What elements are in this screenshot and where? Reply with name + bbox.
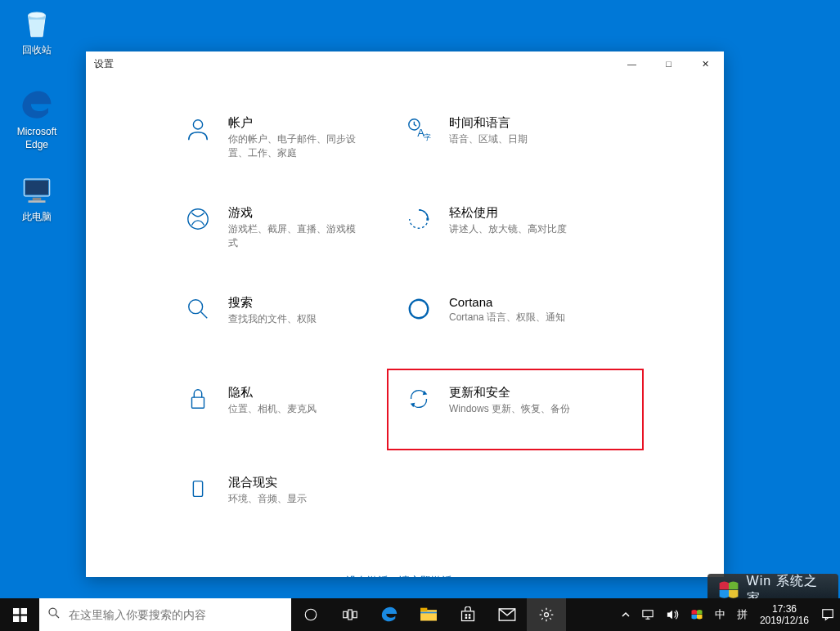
category-title: 轻松使用: [449, 205, 567, 221]
cortana-button[interactable]: [291, 598, 330, 631]
clock-date: 2019/12/16: [760, 615, 809, 626]
person-icon: [184, 115, 212, 143]
svg-rect-25: [344, 611, 348, 618]
svg-rect-34: [465, 617, 468, 620]
category-subtitle: 游戏栏、截屏、直播、游戏模式: [228, 222, 359, 250]
svg-rect-26: [348, 610, 353, 620]
svg-point-24: [305, 609, 317, 620]
category-subtitle: 位置、相机、麦克风: [228, 402, 317, 416]
category-mixed-reality[interactable]: 混合现实 环境、音频、显示: [184, 475, 405, 524]
desktop-icon-this-pc[interactable]: 此电脑: [7, 173, 67, 224]
tray-ime-mode[interactable]: 拼: [731, 598, 753, 631]
svg-rect-38: [643, 611, 653, 617]
svg-rect-2: [25, 181, 48, 195]
xbox-icon: [184, 205, 212, 233]
lock-icon: [184, 385, 212, 413]
category-gaming[interactable]: 游戏 游戏栏、截屏、直播、游戏模式: [184, 205, 405, 254]
category-update-security[interactable]: 更新和安全 Windows 更新、恢复、备份: [400, 382, 631, 437]
tray-network-icon[interactable]: [636, 598, 660, 631]
svg-rect-35: [469, 617, 471, 620]
category-subtitle: Cortana 语言、权限、通知: [449, 311, 565, 324]
monitor-icon: [20, 173, 54, 208]
svg-point-13: [410, 300, 429, 319]
svg-rect-41: [823, 610, 833, 618]
category-subtitle: Windows 更新、恢复、备份: [449, 402, 570, 416]
category-title: 搜索: [228, 295, 317, 311]
desktop-icon-label: Microsoft Edge: [7, 126, 67, 151]
settings-window: 设置 — □ ✕ 帐户 你的帐户、电子邮件、同步设置、工作、家庭: [86, 51, 724, 577]
taskbar-app-edge[interactable]: [370, 598, 409, 631]
tray-volume-icon[interactable]: [660, 598, 685, 631]
taskbar-search-box[interactable]: [39, 598, 291, 631]
tray-clock[interactable]: 17:36 2019/12/16: [753, 598, 815, 631]
window-title: 设置: [94, 57, 114, 71]
cortana-icon: [405, 295, 433, 323]
category-subtitle: 你的帐户、电子邮件、同步设置、工作、家庭: [228, 132, 359, 160]
category-accounts[interactable]: 帐户 你的帐户、电子邮件、同步设置、工作、家庭: [184, 115, 405, 164]
svg-rect-30: [420, 612, 437, 614]
svg-line-23: [56, 615, 59, 618]
window-close-button[interactable]: ✕: [687, 51, 724, 76]
svg-point-37: [545, 613, 549, 617]
category-search[interactable]: 搜索 查找我的文件、权限: [184, 295, 405, 344]
category-cortana[interactable]: Cortana Cortana 语言、权限、通知: [405, 295, 626, 344]
svg-rect-32: [465, 614, 468, 616]
svg-rect-33: [469, 614, 471, 616]
window-maximize-button[interactable]: □: [650, 51, 687, 76]
window-minimize-button[interactable]: —: [613, 51, 650, 76]
taskbar-app-mail[interactable]: [487, 598, 527, 631]
category-ease-of-access[interactable]: 轻松使用 讲述人、放大镜、高对比度: [405, 205, 626, 254]
edge-icon: [20, 88, 54, 123]
category-subtitle: 语音、区域、日期: [449, 132, 528, 146]
search-icon: [47, 606, 61, 623]
time-language-icon: A字: [405, 115, 433, 143]
svg-rect-20: [13, 615, 19, 621]
taskbar-search-input[interactable]: [69, 608, 283, 621]
task-view-button[interactable]: [330, 598, 370, 631]
tray-chevron-up[interactable]: [616, 598, 636, 631]
svg-rect-4: [29, 200, 46, 203]
category-subtitle: 查找我的文件、权限: [228, 312, 317, 326]
svg-rect-28: [420, 610, 437, 620]
svg-point-22: [49, 608, 56, 615]
recycle-bin-icon: [20, 7, 54, 41]
category-privacy[interactable]: 隐私 位置、相机、麦克风: [184, 385, 405, 434]
svg-line-12: [201, 312, 208, 319]
svg-rect-14: [192, 397, 204, 408]
category-title: 时间和语言: [449, 115, 528, 131]
start-button[interactable]: [0, 598, 39, 631]
desktop-icon-edge[interactable]: Microsoft Edge: [7, 88, 67, 151]
taskbar-app-explorer[interactable]: [409, 598, 448, 631]
svg-marker-15: [423, 391, 428, 396]
mixed-reality-icon: [184, 475, 212, 503]
category-title: 帐户: [228, 115, 359, 131]
category-title: Cortana: [449, 295, 565, 309]
desktop-icon-recycle-bin[interactable]: 回收站: [7, 7, 67, 57]
svg-rect-29: [420, 608, 427, 611]
clock-time: 17:36: [772, 603, 797, 615]
category-time-language[interactable]: A字 时间和语言 语音、区域、日期: [405, 115, 626, 164]
desktop-icon-label: 回收站: [7, 44, 67, 57]
category-subtitle: 讲述人、放大镜、高对比度: [449, 222, 567, 236]
svg-point-9: [188, 209, 208, 229]
svg-point-5: [193, 120, 202, 129]
search-icon: [184, 295, 212, 323]
taskbar-app-store[interactable]: [448, 598, 487, 631]
svg-rect-19: [20, 608, 26, 614]
taskbar-app-settings[interactable]: [527, 598, 566, 631]
ease-of-access-icon: [405, 205, 433, 233]
svg-rect-31: [462, 611, 474, 621]
svg-rect-17: [193, 481, 202, 497]
activate-windows-link[interactable]: Windows 没有激活。请立即激活 Windows。: [300, 575, 510, 577]
sync-icon: [405, 385, 433, 413]
tray-action-center[interactable]: [815, 598, 840, 631]
svg-rect-18: [13, 608, 19, 614]
system-tray: 中 拼 17:36 2019/12/16: [616, 598, 840, 631]
svg-point-0: [29, 12, 46, 18]
svg-rect-3: [33, 198, 42, 201]
tray-ime-lang[interactable]: 中: [709, 598, 731, 631]
tray-security-icon[interactable]: [685, 598, 709, 631]
window-titlebar[interactable]: 设置 — □ ✕: [86, 51, 724, 76]
taskbar: 中 拼 17:36 2019/12/16: [0, 598, 840, 631]
category-subtitle: 环境、音频、显示: [228, 492, 307, 506]
